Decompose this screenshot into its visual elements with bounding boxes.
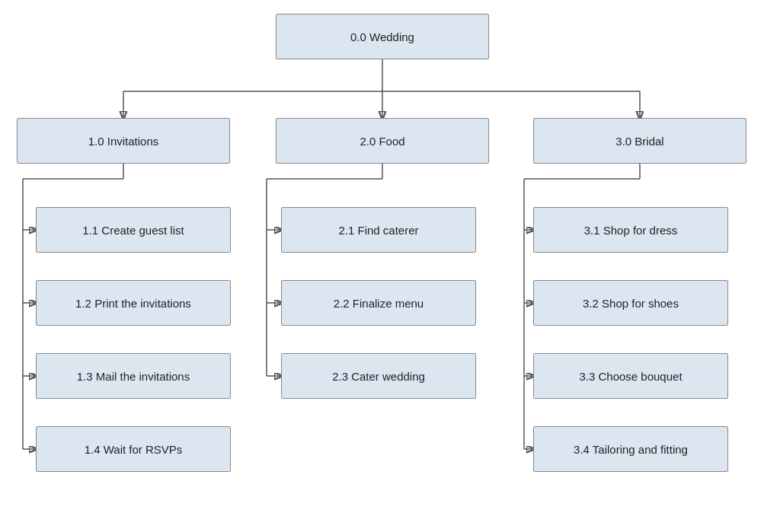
node-21: 2.1 Find caterer [281, 207, 476, 253]
node-33: 3.3 Choose bouquet [533, 353, 728, 399]
node-12: 1.2 Print the invitations [36, 280, 231, 326]
node-22: 2.2 Finalize menu [281, 280, 476, 326]
node-root: 0.0 Wedding [276, 14, 489, 59]
node-11: 1.1 Create guest list [36, 207, 231, 253]
node-32: 3.2 Shop for shoes [533, 280, 728, 326]
node-1: 1.0 Invitations [17, 118, 230, 164]
node-34: 3.4 Tailoring and fitting [533, 426, 728, 472]
node-31: 3.1 Shop for dress [533, 207, 728, 253]
wbs-diagram: 0.0 Wedding 1.0 Invitations 2.0 Food 3.0… [0, 0, 780, 532]
node-23: 2.3 Cater wedding [281, 353, 476, 399]
node-2: 2.0 Food [276, 118, 489, 164]
node-3: 3.0 Bridal [533, 118, 746, 164]
node-13: 1.3 Mail the invitations [36, 353, 231, 399]
node-14: 1.4 Wait for RSVPs [36, 426, 231, 472]
